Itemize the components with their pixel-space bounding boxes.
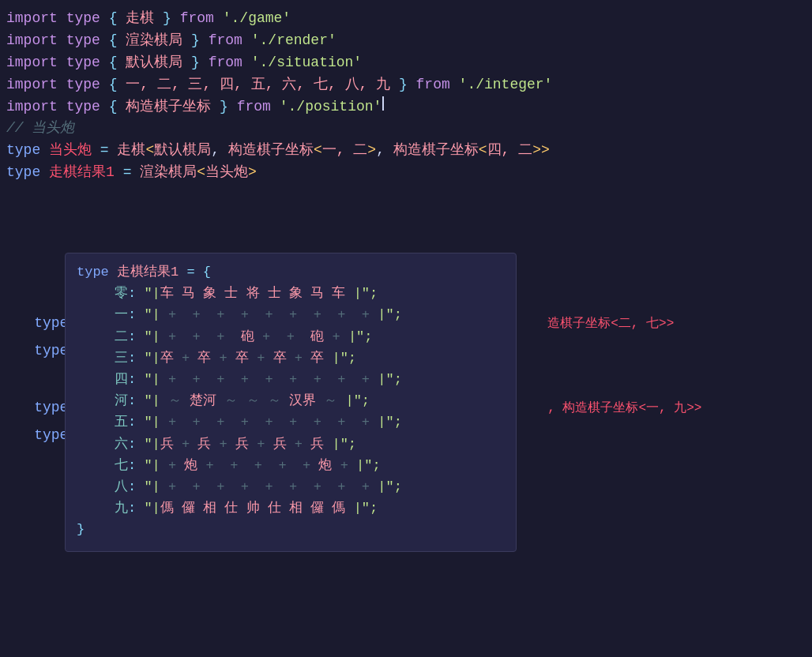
- right-hint-1: 造棋子坐标<二, 七>>: [513, 291, 674, 357]
- line-type-2: type 走棋结果1 = 渲染棋局 < 当头炮 >: [0, 162, 812, 184]
- tooltip-title-line: type 走棋结果1 = {: [77, 261, 505, 283]
- line-import-1: import type { 走棋 } from './game': [0, 8, 812, 30]
- tooltip-row-5: 五 : "| + + + + + + + + + |";: [77, 411, 505, 433]
- tooltip-row-river: 河 : "| ～ 楚河 ～ ～ ～ 汉界 ～ |";: [77, 390, 505, 411]
- tooltip-row-4: 四 : "| + + + + + + + + + |";: [77, 369, 505, 390]
- path-1: './game': [223, 8, 291, 30]
- line-import-2: import type { 渲染棋局 } from './render': [0, 30, 812, 52]
- tooltip-row-8: 八 : "| + + + + + + + + + |";: [77, 476, 505, 497]
- tooltip-row-6: 六 : "| 兵 + 兵 + 兵 + 兵 + 兵 |";: [77, 434, 505, 455]
- line-import-4: import type { 一, 二, 三, 四, 五, 六, 七, 八, 九 …: [0, 74, 812, 96]
- tooltip-row-9: 九 : "| 傌 儸 相 仕 帅 仕 相 儸 傌 |";: [77, 497, 505, 519]
- from-keyword-1: from: [180, 8, 214, 30]
- line-import-3: import type { 默认棋局 } from './situation': [0, 52, 812, 74]
- tooltip-row-3: 三 : "| 卒 + 卒 + 卒 + 卒 + 卒 |";: [77, 347, 505, 369]
- type-tooltip: type 走棋结果1 = { 零 : "| 车 马 象 士 将 士: [65, 253, 517, 552]
- type-keyword-1: type: [66, 8, 100, 30]
- tooltip-row-1: 一 : "| + + + + + + + + + |";: [77, 304, 505, 325]
- tooltip-close: }: [77, 519, 505, 540]
- bg-type-line-6: type: [0, 403, 68, 469]
- right-hint-2: , 构造棋子坐标<一, 九>>: [513, 375, 701, 441]
- import-name-1: 走棋: [126, 8, 154, 30]
- text-cursor: [382, 96, 384, 111]
- import-keyword: import: [6, 8, 58, 30]
- tooltip-row-7: 七 : "| + 炮 + + + + + 炮 + |";: [77, 455, 505, 476]
- code-editor: import type { 走棋 } from './game' import …: [0, 8, 812, 184]
- tooltip-row-2: 二 : "| + + + 砲 + + 砲 + |";: [77, 326, 505, 347]
- tooltip-row-0: 零 : "| 车 马 象 士 将 士 象 马 车 |";: [77, 283, 505, 304]
- line-import-5: import type { 构造棋子坐标 } from './position': [0, 96, 812, 118]
- line-type-1: type 当头炮 = 走棋 < 默认棋局 , 构造棋子坐标 < 一, 二 > ,…: [0, 140, 812, 162]
- line-comment: // 当头炮: [0, 118, 812, 140]
